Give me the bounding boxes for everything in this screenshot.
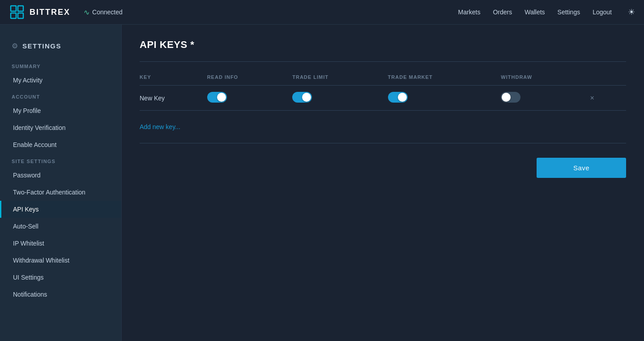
api-keys-table: KEY READ INFO TRADE LIMIT TRADE MARKET W… xyxy=(140,71,626,143)
nav-links: Markets Orders Wallets Settings Logout ☀ xyxy=(458,7,635,17)
settings-gear-icon: ⚙ xyxy=(12,42,18,50)
bittrex-logo-icon xyxy=(9,4,25,20)
col-read-info-header: READ INFO xyxy=(202,71,287,86)
sidebar-item-my-profile[interactable]: My Profile xyxy=(0,102,121,119)
settings-link[interactable]: Settings xyxy=(558,9,580,16)
sidebar-section-summary: SUMMARY xyxy=(0,58,121,72)
settings-title: SETTINGS xyxy=(22,42,61,50)
logo-text: BITTREX xyxy=(30,8,70,17)
col-action-header xyxy=(581,71,626,86)
connected-label: Connected xyxy=(92,9,123,16)
sidebar-section-account: ACCOUNT xyxy=(0,89,121,102)
sidebar-item-enable-account[interactable]: Enable Account xyxy=(0,136,121,153)
table-row: New Key xyxy=(140,86,626,111)
read-info-toggle-thumb xyxy=(217,93,226,102)
add-key-cell: Add new key... xyxy=(140,111,626,143)
sidebar-section-site-settings: SITE SETTINGS xyxy=(0,153,121,167)
sidebar-item-my-activity[interactable]: My Activity xyxy=(0,72,121,89)
key-cell: New Key xyxy=(140,86,202,111)
wallets-link[interactable]: Wallets xyxy=(525,9,545,16)
sidebar-item-withdrawal-whitelist[interactable]: Withdrawal Whitelist xyxy=(0,252,121,269)
theme-toggle-icon[interactable]: ☀ xyxy=(628,7,635,17)
top-navigation: BITTREX ∿ Connected Markets Orders Walle… xyxy=(0,0,644,25)
sidebar-item-ip-whitelist[interactable]: IP Whitelist xyxy=(0,235,121,252)
svg-rect-0 xyxy=(9,4,25,20)
table-header-row: KEY READ INFO TRADE LIMIT TRADE MARKET W… xyxy=(140,71,626,86)
trade-limit-toggle[interactable] xyxy=(292,92,312,103)
withdraw-cell xyxy=(495,86,581,111)
read-info-toggle[interactable] xyxy=(207,92,227,103)
delete-key-button[interactable]: × xyxy=(586,92,597,104)
sidebar-item-identity-verification[interactable]: Identity Verification xyxy=(0,119,121,136)
sidebar-item-ui-settings[interactable]: UI Settings xyxy=(0,269,121,286)
sidebar-item-password[interactable]: Password xyxy=(0,167,121,184)
sidebar-item-auto-sell[interactable]: Auto-Sell xyxy=(0,218,121,235)
action-cell: × xyxy=(581,86,626,111)
orders-link[interactable]: Orders xyxy=(493,9,512,16)
connected-status: ∿ Connected xyxy=(84,8,123,17)
title-divider xyxy=(140,61,626,62)
trade-market-toggle[interactable] xyxy=(388,92,408,103)
trade-limit-cell xyxy=(287,86,382,111)
sidebar-header: ⚙ SETTINGS xyxy=(0,35,121,58)
col-trade-market-header: TRADE MARKET xyxy=(383,71,496,86)
add-new-key-link[interactable]: Add new key... xyxy=(140,117,180,137)
withdraw-toggle[interactable] xyxy=(501,92,520,103)
sidebar-item-2fa[interactable]: Two-Factor Authentication xyxy=(0,184,121,201)
save-area: Save xyxy=(140,158,626,178)
col-key-header: KEY xyxy=(140,71,202,86)
logo-area: BITTREX ∿ Connected xyxy=(9,4,123,20)
col-trade-limit-header: TRADE LIMIT xyxy=(287,71,382,86)
add-key-row: Add new key... xyxy=(140,111,626,143)
read-info-cell xyxy=(202,86,287,111)
markets-link[interactable]: Markets xyxy=(458,9,481,16)
logout-link[interactable]: Logout xyxy=(593,9,612,16)
sidebar-item-notifications[interactable]: Notifications xyxy=(0,286,121,303)
sidebar-item-api-keys[interactable]: API Keys xyxy=(0,201,121,218)
trade-market-toggle-thumb xyxy=(398,93,407,102)
wifi-icon: ∿ xyxy=(84,8,90,17)
main-content: API KEYS * KEY READ INFO TRADE LIMIT TRA… xyxy=(122,25,644,341)
col-withdraw-header: WITHDRAW xyxy=(495,71,581,86)
trade-market-cell xyxy=(383,86,496,111)
page-title: API KEYS * xyxy=(140,39,626,51)
sidebar: ⚙ SETTINGS SUMMARY My Activity ACCOUNT M… xyxy=(0,25,122,341)
page-layout: ⚙ SETTINGS SUMMARY My Activity ACCOUNT M… xyxy=(0,25,644,341)
save-button[interactable]: Save xyxy=(537,158,626,178)
